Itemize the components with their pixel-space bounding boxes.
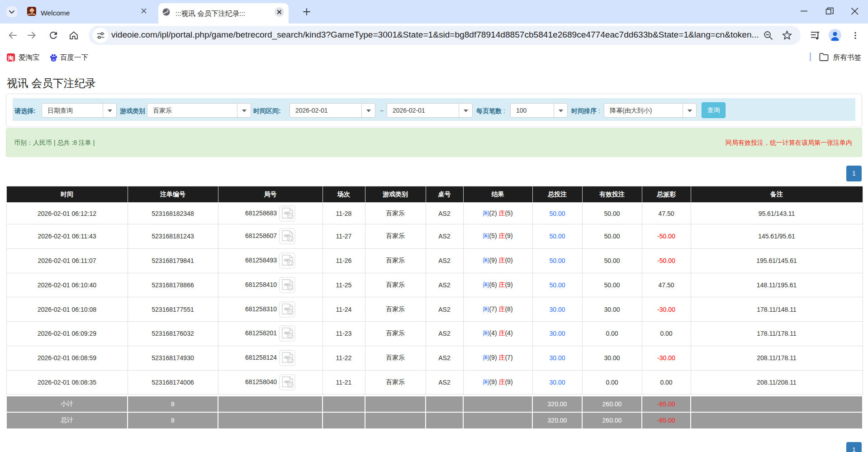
- svg-text:du: du: [52, 58, 56, 61]
